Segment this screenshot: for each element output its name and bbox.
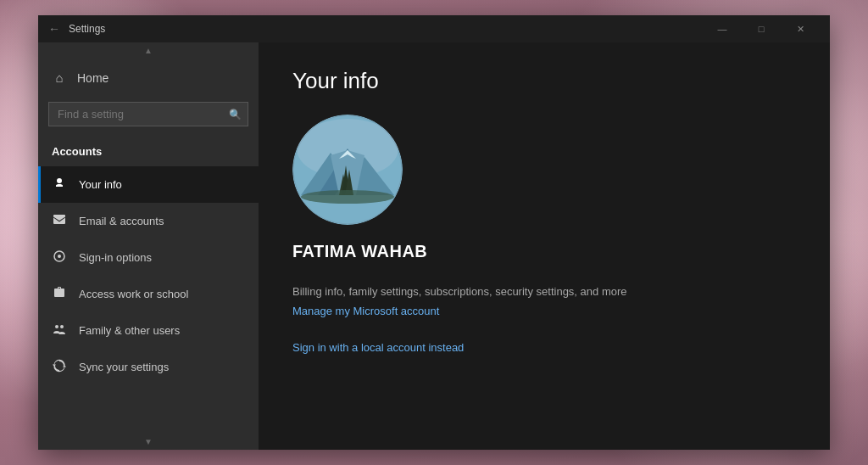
- page-title: Your info: [292, 68, 796, 94]
- sidebar-item-access-work[interactable]: Access work or school: [38, 276, 259, 312]
- sidebar-item-sync-settings[interactable]: Sync your settings: [38, 349, 259, 385]
- titlebar-controls: — □ ✕: [703, 15, 820, 42]
- user-name: FATIMA WAHAB: [292, 242, 796, 261]
- content-area: Your info: [259, 42, 830, 450]
- manage-microsoft-account-link[interactable]: Manage my Microsoft account: [292, 305, 796, 317]
- sidebar-home-label: Home: [77, 71, 108, 85]
- minimize-button[interactable]: —: [703, 15, 742, 42]
- access-work-label: Access work or school: [79, 288, 188, 300]
- sidebar-item-email-accounts[interactable]: Email & accounts: [38, 203, 259, 239]
- accounts-section-title: Accounts: [38, 138, 259, 166]
- svg-point-1: [58, 255, 61, 258]
- your-info-label: Your info: [79, 178, 122, 191]
- maximize-button[interactable]: □: [742, 15, 781, 42]
- titlebar-title: Settings: [69, 23, 703, 35]
- sync-settings-label: Sync your settings: [79, 361, 169, 373]
- scroll-down-indicator: ▼: [38, 434, 259, 450]
- main-area: ▲ ⌂ Home 🔍 Accounts Your info: [38, 42, 830, 450]
- sidebar-item-your-info[interactable]: Your info: [38, 166, 259, 203]
- sign-in-label: Sign-in options: [79, 251, 152, 264]
- search-input[interactable]: [48, 102, 248, 126]
- sidebar-home[interactable]: ⌂ Home: [38, 59, 259, 97]
- close-button[interactable]: ✕: [781, 15, 820, 42]
- titlebar-back-icon[interactable]: ←: [48, 22, 60, 36]
- sidebar-item-family-users[interactable]: Family & other users: [38, 312, 259, 349]
- sign-in-icon: [52, 249, 67, 266]
- home-icon: ⌂: [52, 70, 67, 85]
- family-users-label: Family & other users: [79, 324, 180, 337]
- sidebar-item-sign-in[interactable]: Sign-in options: [38, 239, 259, 276]
- sidebar: ▲ ⌂ Home 🔍 Accounts Your info: [38, 42, 259, 450]
- your-info-icon: [52, 176, 67, 193]
- sidebar-search-container: 🔍: [48, 102, 248, 126]
- family-icon: [52, 322, 67, 339]
- email-accounts-label: Email & accounts: [79, 215, 164, 227]
- email-icon: [52, 213, 67, 229]
- settings-window: ← Settings — □ ✕ ▲ ⌂ Home 🔍 Accounts: [38, 15, 830, 450]
- scroll-up-indicator: ▲: [38, 42, 259, 59]
- titlebar: ← Settings — □ ✕: [38, 15, 830, 42]
- avatar: [292, 115, 403, 225]
- billing-info-text: Billing info, family settings, subscript…: [292, 285, 796, 298]
- search-icon: 🔍: [229, 109, 242, 120]
- briefcase-icon: [52, 286, 67, 302]
- sync-icon: [52, 359, 67, 375]
- sign-in-local-account-link[interactable]: Sign in with a local account instead: [292, 341, 796, 354]
- svg-point-13: [301, 190, 394, 204]
